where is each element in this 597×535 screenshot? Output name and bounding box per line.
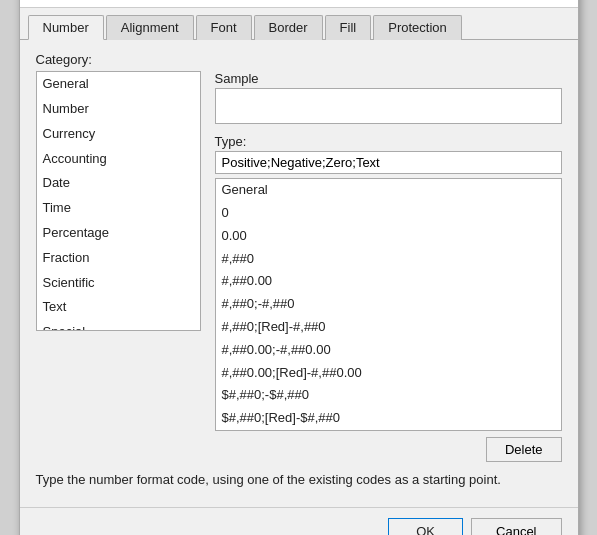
category-item-scientific[interactable]: Scientific [37,271,200,296]
format-item-0[interactable]: 0 [216,202,561,225]
tab-number[interactable]: Number [28,15,104,40]
tab-fill[interactable]: Fill [325,15,372,40]
tab-alignment[interactable]: Alignment [106,15,194,40]
category-item-time[interactable]: Time [37,196,200,221]
category-item-accounting[interactable]: Accounting [37,147,200,172]
format-item-neg4[interactable]: #,##0.00;[Red]-#,##0.00 [216,362,561,385]
delete-row: Delete [215,437,562,462]
format-item-neg3[interactable]: #,##0.00;-#,##0.00 [216,339,561,362]
category-item-percentage[interactable]: Percentage [37,221,200,246]
title-bar: Format Cells ? ✕ [20,0,578,8]
close-button[interactable]: ✕ [550,0,570,2]
sample-box [215,88,562,124]
format-item-hash-0[interactable]: #,##0 [216,248,561,271]
tab-bar: Number Alignment Font Border Fill Protec… [20,8,578,40]
category-item-number[interactable]: Number [37,97,200,122]
category-list[interactable]: General Number Currency Accounting Date … [36,71,201,331]
dialog-footer: OK Cancel [20,507,578,535]
format-item-general[interactable]: General [216,179,561,202]
format-item-dollar1[interactable]: $#,##0;-$#,##0 [216,384,561,407]
type-input[interactable] [215,151,562,174]
category-item-date[interactable]: Date [37,171,200,196]
format-item-neg1[interactable]: #,##0;-#,##0 [216,293,561,316]
description-text: Type the number format code, using one o… [36,472,562,487]
tab-font[interactable]: Font [196,15,252,40]
category-item-fraction[interactable]: Fraction [37,246,200,271]
title-bar-controls: ? ✕ [526,0,570,2]
tab-border[interactable]: Border [254,15,323,40]
dialog-body: Category: General Number Currency Accoun… [20,40,578,499]
help-button[interactable]: ? [526,0,546,2]
type-label: Type: [215,134,562,149]
category-item-general[interactable]: General [37,72,200,97]
category-item-special[interactable]: Special [37,320,200,331]
format-item-neg2[interactable]: #,##0;[Red]-#,##0 [216,316,561,339]
format-item-hash-0-00[interactable]: #,##0.00 [216,270,561,293]
category-panel: General Number Currency Accounting Date … [36,71,201,462]
main-row: General Number Currency Accounting Date … [36,71,562,462]
category-label: Category: [36,52,562,67]
format-cells-dialog: Format Cells ? ✕ Number Alignment Font B… [19,0,579,535]
sample-label: Sample [215,71,562,86]
cancel-button[interactable]: Cancel [471,518,561,535]
category-item-currency[interactable]: Currency [37,122,200,147]
tab-protection[interactable]: Protection [373,15,462,40]
ok-button[interactable]: OK [388,518,463,535]
category-item-text[interactable]: Text [37,295,200,320]
format-list[interactable]: General 0 0.00 #,##0 #,##0.00 #,##0;-#,#… [215,178,562,431]
format-item-0-00[interactable]: 0.00 [216,225,561,248]
right-panel: Sample Type: General 0 0.00 #,##0 #,##0.… [215,71,562,462]
format-item-dollar2[interactable]: $#,##0;[Red]-$#,##0 [216,407,561,430]
delete-button[interactable]: Delete [486,437,562,462]
